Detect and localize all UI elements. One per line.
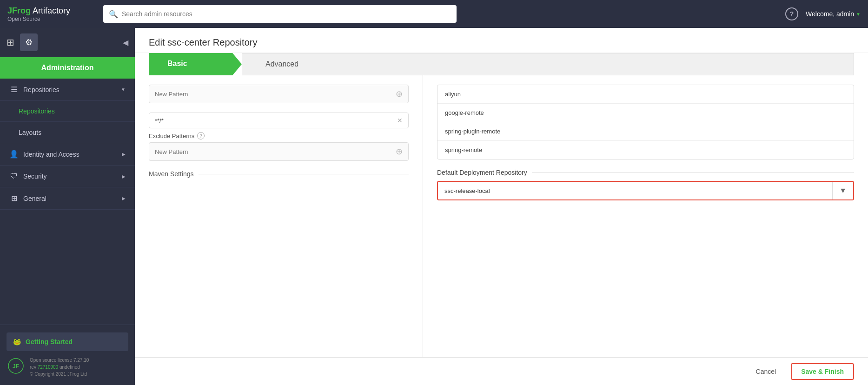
chevron-right-icon3: ▶ [122,196,126,201]
repositories-icon: ☰ [9,85,19,94]
form-left: ⊕ **/* ✕ Exclude Patterns ? ⊕ [135,75,423,357]
page-header: Edit ssc-center Repository [135,28,868,53]
getting-started-button[interactable]: 🐸 Getting Started [7,332,128,351]
exclude-patterns-group: Exclude Patterns ? ⊕ [149,132,409,161]
chevron-right-icon2: ▶ [122,174,126,179]
content-area: Edit ssc-center Repository Basic Advance… [135,28,868,385]
gear-icon[interactable]: ⚙ [20,33,38,51]
user-welcome[interactable]: Welcome, admin ▼ [806,10,861,18]
topbar-right: ? Welcome, admin ▼ [785,7,861,20]
tabs-row: Basic Advanced [149,53,854,75]
tab-advanced[interactable]: Advanced [242,53,854,75]
form-right: aliyun google-remote spring-plugin-remot… [423,75,868,357]
default-deploy-section: Default Deployment Repository ssc-releas… [437,169,854,200]
sidebar-item-layouts[interactable]: Layouts [0,122,135,143]
add-exclude-icon[interactable]: ⊕ [396,146,403,157]
repo-list: aliyun google-remote spring-plugin-remot… [437,85,854,159]
chevron-down-icon: ▼ [856,12,861,17]
collapse-icon[interactable]: ◀ [123,38,128,47]
tab-basic[interactable]: Basic [149,53,242,75]
chevron-icon: ▼ [121,87,126,92]
chevron-right-icon: ▶ [122,152,126,157]
footer-info: JF Open source license 7.27.10 rev 72710… [7,357,128,378]
exclude-patterns-label: Exclude Patterns ? [149,132,409,139]
sidebar-item-repositories-sub[interactable]: Repositories [0,101,135,122]
deploy-select[interactable]: ssc-release-local ▼ [437,181,854,200]
save-finish-button[interactable]: Save & Finish [791,363,854,380]
default-deploy-label: Default Deployment Repository [437,169,854,176]
sidebar-item-security[interactable]: 🛡 Security ▶ [0,166,135,187]
admin-section-title: Administration [0,57,135,79]
topbar: JFrog Artifactory Open Source 🔍 ? Welcom… [0,0,868,28]
footer-text: Open source license 7.27.10 rev 72710900… [30,357,89,378]
list-item[interactable]: spring-plugin-remote [437,122,854,141]
sidebar: ⊞ ⚙ ◀ Administration ☰ Repositories ▼ Re… [0,28,135,385]
add-circle-icon[interactable]: ⊕ [396,89,403,99]
include-pattern-input[interactable] [155,91,392,98]
pattern-item: **/* ✕ [149,113,409,128]
list-item[interactable]: google-remote [437,104,854,122]
deploy-value: ssc-release-local [438,183,832,199]
sidebar-item-general[interactable]: ⊞ General ▶ [0,187,135,210]
main-layout: ⊞ ⚙ ◀ Administration ☰ Repositories ▼ Re… [0,28,868,385]
page-title: Edit ssc-center Repository [149,37,854,48]
list-item[interactable]: spring-remote [437,141,854,159]
svg-text:JF: JF [13,363,19,370]
include-patterns-group: ⊕ [149,85,409,103]
bottom-bar: Cancel Save & Finish [135,357,868,385]
cancel-button[interactable]: Cancel [749,364,784,379]
maven-settings-divider: Maven Settings [149,170,409,178]
search-icon: 🔍 [109,10,118,19]
sidebar-top-icons: ⊞ ⚙ ◀ [0,28,135,57]
app-name: JFrog Artifactory [7,6,96,16]
sidebar-item-identity-access[interactable]: 👤 Identity and Access ▶ [0,143,135,166]
list-item[interactable]: aliyun [437,85,854,104]
exclude-pattern-input-wrap[interactable]: ⊕ [149,142,409,161]
shield-icon: 🛡 [9,172,19,180]
exclude-pattern-input[interactable] [155,148,392,155]
getting-started-icon: 🐸 [13,338,21,345]
edition-label: Open Source [7,16,96,22]
help-button[interactable]: ? [785,7,798,20]
remove-pattern-button[interactable]: ✕ [397,117,403,124]
deploy-dropdown-arrow[interactable]: ▼ [832,182,853,199]
exclude-help-icon[interactable]: ? [197,132,205,139]
sidebar-footer: 🐸 Getting Started JF Open source license… [0,325,135,385]
sidebar-item-repositories[interactable]: ☰ Repositories ▼ [0,79,135,101]
identity-icon: 👤 [9,150,19,159]
search-bar[interactable]: 🔍 [103,5,457,23]
jfrog-logo: JF [7,357,25,375]
general-icon: ⊞ [9,194,19,203]
include-pattern-input-wrap[interactable]: ⊕ [149,85,409,103]
logo: JFrog Artifactory Open Source [7,6,96,22]
search-input[interactable] [122,10,451,18]
grid-icon[interactable]: ⊞ [7,37,14,48]
form-content: ⊕ **/* ✕ Exclude Patterns ? ⊕ [135,75,868,357]
